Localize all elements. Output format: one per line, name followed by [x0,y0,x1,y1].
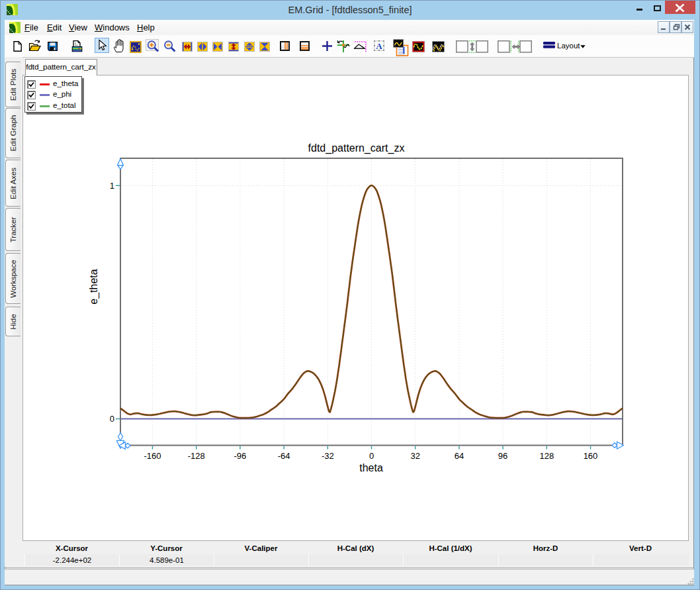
svg-text:1: 1 [110,181,114,191]
svg-text:theta: theta [359,462,383,473]
svg-text:32: 32 [410,451,419,461]
svg-text:e_theta: e_theta [88,269,100,304]
svg-text:-160: -160 [144,451,161,461]
svg-text:A: A [376,41,383,51]
svg-text:128: 128 [539,451,554,461]
svg-text:0: 0 [110,414,114,424]
svg-text:-96: -96 [234,451,247,461]
svg-text:64: 64 [455,451,464,461]
svg-text:96: 96 [498,451,507,461]
svg-text:-32: -32 [322,451,334,461]
svg-text:-128: -128 [188,451,205,461]
svg-text:-64: -64 [278,451,290,461]
svg-text:fdtd_pattern_cart_zx: fdtd_pattern_cart_zx [308,142,405,154]
svg-text:0: 0 [369,451,374,461]
svg-text:160: 160 [584,451,598,461]
